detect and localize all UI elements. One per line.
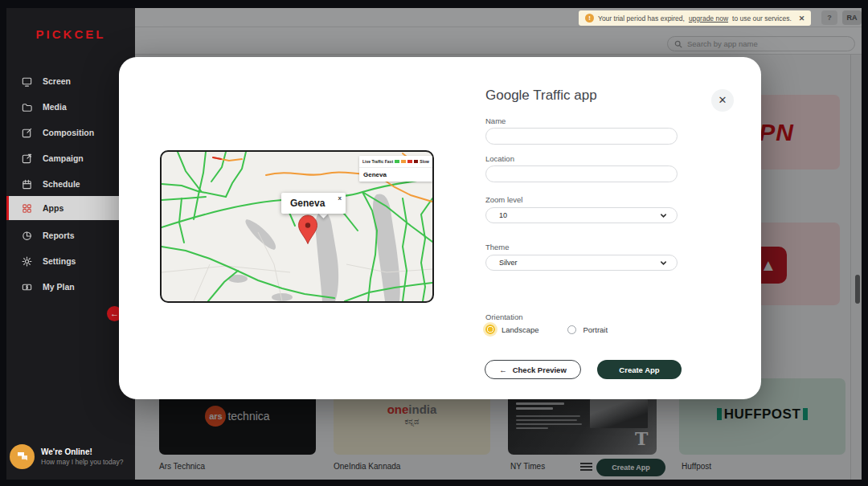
theme-value: Silver xyxy=(499,259,518,267)
modal-close-button[interactable]: ✕ xyxy=(711,89,734,112)
radio-selected-icon xyxy=(485,325,495,334)
check-preview-label: Check Preview xyxy=(513,366,567,374)
zoom-level-value: 10 xyxy=(499,211,507,219)
modal-title: Google Traffic app xyxy=(485,88,597,104)
legend-color-slow xyxy=(407,160,412,163)
campaign-icon xyxy=(21,153,33,165)
sidebar-item-campaign[interactable]: Campaign xyxy=(6,146,135,170)
upgrade-now-link[interactable]: upgrade now xyxy=(689,14,728,22)
map-roads-slow xyxy=(213,157,221,159)
chevron-down-icon xyxy=(660,259,667,267)
theme-select[interactable]: Silver xyxy=(485,255,678,271)
gear-icon xyxy=(21,255,33,268)
screen-icon xyxy=(21,76,33,88)
legend-color-very-slow xyxy=(414,160,419,163)
chevron-down-icon xyxy=(660,212,667,219)
sidebar-item-label: Media xyxy=(43,102,67,112)
sidebar-item-schedule[interactable]: Schedule xyxy=(6,172,135,196)
sidebar-item-media[interactable]: Media xyxy=(6,95,135,119)
sidebar-item-label: Schedule xyxy=(43,179,80,189)
radio-portrait-label: Portrait xyxy=(583,325,608,334)
legend-fast-label: Live Traffic Fast xyxy=(362,159,393,164)
sidebar-item-label: Composition xyxy=(43,128,94,137)
sidebar-item-label: Campaign xyxy=(43,153,84,163)
sidebar-item-label: Screen xyxy=(43,76,71,86)
banner-text-suffix: to use our services. xyxy=(732,14,792,22)
legend-color-fast xyxy=(395,160,399,163)
sidebar-item-label: Settings xyxy=(43,256,76,266)
sidebar-item-reports[interactable]: Reports xyxy=(6,223,135,247)
schedule-icon xyxy=(21,178,33,190)
map-info-window: Geneva x xyxy=(281,193,346,214)
sidebar-item-my-plan[interactable]: My Plan xyxy=(6,275,135,299)
name-field[interactable] xyxy=(485,128,678,145)
sidebar-item-composition[interactable]: Composition xyxy=(6,120,135,145)
radio-landscape-label: Landscape xyxy=(502,325,538,334)
traffic-legend: Live Traffic Fast Slow Geneva xyxy=(359,156,432,182)
sidebar-item-apps[interactable]: Apps xyxy=(6,196,135,220)
apps-icon xyxy=(21,202,33,214)
trial-banner: ! Your trial period has expired, upgrade… xyxy=(579,10,811,26)
sidebar-item-label: Apps xyxy=(43,203,63,213)
sidebar-item-label: My Plan xyxy=(43,282,75,292)
map-pin xyxy=(299,215,317,244)
location-field[interactable] xyxy=(485,165,678,182)
chat-prompt: How may I help you today? xyxy=(41,458,124,466)
location-label: Location xyxy=(485,154,514,163)
legend-color-medium xyxy=(401,160,406,163)
legend-location: Geneva xyxy=(359,168,432,182)
composition-icon xyxy=(21,127,33,139)
sidebar-item-settings[interactable]: Settings xyxy=(6,249,135,273)
orientation-options: Landscape Portrait xyxy=(485,325,608,334)
sidebar-item-label: Reports xyxy=(43,231,75,240)
ticket-icon xyxy=(21,281,33,293)
radio-portrait[interactable]: Portrait xyxy=(567,325,608,334)
back-arrow-icon: ← xyxy=(499,366,507,374)
check-preview-button[interactable]: ← Check Preview xyxy=(485,360,581,379)
chat-widget[interactable]: We're Online! How may I help you today? xyxy=(10,443,135,470)
media-icon xyxy=(21,101,33,113)
app-window: PICKCEL Screen Media Composition Campaig… xyxy=(6,8,862,480)
theme-label: Theme xyxy=(485,243,510,251)
info-window-title: Geneva xyxy=(290,198,325,209)
traffic-map-preview[interactable]: Geneva x Live Traffic Fast Slow Geneva xyxy=(160,150,434,303)
zoom-level-label: Zoom level xyxy=(485,195,522,204)
banner-close-icon[interactable]: ✕ xyxy=(799,14,805,22)
banner-text-prefix: Your trial period has expired, xyxy=(598,14,685,22)
reports-icon xyxy=(21,230,33,242)
orientation-label: Orientation xyxy=(485,312,522,321)
google-traffic-app-modal: Google Traffic app ✕ xyxy=(119,57,761,399)
legend-scale-row: Live Traffic Fast Slow xyxy=(359,156,432,168)
chat-status: We're Online! xyxy=(41,447,124,456)
create-app-button[interactable]: Create App xyxy=(597,360,682,379)
sidebar: PICKCEL Screen Media Composition Campaig… xyxy=(6,8,135,480)
screenshot-frame: PICKCEL Screen Media Composition Campaig… xyxy=(0,0,868,486)
legend-slow-label: Slow xyxy=(420,159,429,164)
radio-unselected-icon xyxy=(567,325,576,334)
name-label: Name xyxy=(485,116,506,125)
zoom-level-select[interactable]: 10 xyxy=(485,207,678,223)
chat-bubbles-icon xyxy=(10,444,35,469)
radio-landscape[interactable]: Landscape xyxy=(485,325,538,334)
sidebar-item-screen[interactable]: Screen xyxy=(6,69,135,93)
pickcel-logo: PICKCEL xyxy=(6,27,135,41)
warning-icon: ! xyxy=(585,14,594,22)
info-window-close-icon[interactable]: x xyxy=(338,194,342,202)
